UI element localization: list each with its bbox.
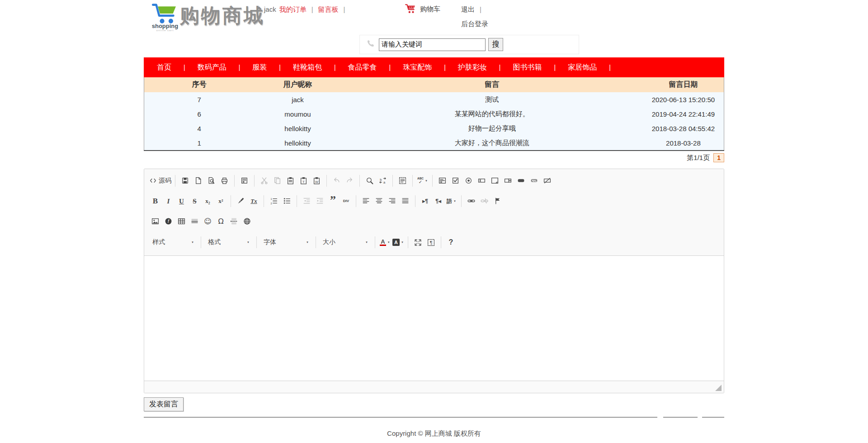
remove-format-button[interactable]: Tx <box>248 195 260 207</box>
checkbox-button[interactable] <box>449 174 462 187</box>
nav-item-home[interactable]: 首页 <box>155 63 174 72</box>
toolbar-separator <box>201 236 201 248</box>
editor-content[interactable] <box>144 256 724 381</box>
numbered-list-button[interactable]: 12 <box>268 195 280 207</box>
textarea-button[interactable] <box>489 174 501 187</box>
format-combo[interactable]: 格式▼ <box>204 236 253 249</box>
show-blocks-button[interactable]: ¶ <box>425 236 437 249</box>
hidden-field-button[interactable] <box>541 174 553 187</box>
font-combo[interactable]: 字体▼ <box>260 236 312 249</box>
redo-button[interactable] <box>344 174 356 187</box>
select-all-button[interactable] <box>396 174 409 187</box>
subscript-button[interactable]: x₂ <box>202 195 214 207</box>
save-icon <box>181 177 189 184</box>
outdent-button[interactable] <box>301 195 313 207</box>
flash-button[interactable]: f <box>162 215 175 227</box>
site-logo[interactable]: shopping online cart <box>146 3 184 32</box>
nav-separator: | <box>334 64 336 71</box>
spell-check-button[interactable]: ABC✓▼ <box>416 174 429 187</box>
form-icon <box>439 177 446 184</box>
underline-button[interactable]: U <box>175 195 188 207</box>
bg-color-button[interactable]: A▼ <box>392 236 404 249</box>
search-button[interactable]: 搜 <box>488 38 503 51</box>
my-orders-link[interactable]: 我的订单 <box>279 5 307 13</box>
nav-item-snacks[interactable]: 食品零食 <box>346 63 379 72</box>
bold-button[interactable]: B <box>149 195 161 207</box>
form-button[interactable] <box>436 174 448 187</box>
radio-button[interactable] <box>462 174 475 187</box>
image-button-icon <box>530 177 538 184</box>
size-combo[interactable]: 大小▼ <box>319 236 372 249</box>
bulleted-list-icon <box>283 197 291 205</box>
iframe-button[interactable] <box>241 215 253 227</box>
resize-handle-icon[interactable] <box>715 385 722 391</box>
maximize-icon <box>414 239 422 246</box>
image-button-button[interactable] <box>528 174 540 187</box>
justify-block-button[interactable] <box>399 195 411 207</box>
message-board-link[interactable]: 留言板 <box>318 5 339 13</box>
unlink-button[interactable] <box>478 195 491 207</box>
button-field-button[interactable] <box>515 174 527 187</box>
maximize-button[interactable] <box>412 236 424 249</box>
smiley-button[interactable]: ☺ <box>202 215 214 227</box>
horizontal-rule-button[interactable] <box>189 215 201 227</box>
blockquote-button[interactable]: ” <box>327 195 339 207</box>
admin-login-link[interactable]: 后台登录 <box>461 20 488 28</box>
select-field-button[interactable] <box>502 174 514 187</box>
source-button[interactable]: 源码 <box>149 174 171 187</box>
superscript-button[interactable]: x² <box>215 195 227 207</box>
image-button[interactable] <box>149 215 161 227</box>
preview-button[interactable] <box>205 174 217 187</box>
col-header-nick: 用户昵称 <box>254 77 341 92</box>
indent-button[interactable] <box>314 195 326 207</box>
logout-link[interactable]: 退出 <box>461 5 475 13</box>
table-button[interactable] <box>175 215 188 227</box>
paste-text-button[interactable]: T <box>297 174 310 187</box>
bidi-ltr-button[interactable]: ▸¶ <box>419 195 431 207</box>
nav-separator: | <box>279 64 281 71</box>
templates-button[interactable] <box>238 174 250 187</box>
strike-button[interactable]: S <box>189 195 201 207</box>
paste-word-button[interactable]: W <box>311 174 323 187</box>
print-button[interactable] <box>218 174 231 187</box>
bulleted-list-button[interactable] <box>281 195 293 207</box>
bidi-rtl-button[interactable]: ¶◂ <box>432 195 444 207</box>
special-char-button[interactable]: Ω <box>215 215 227 227</box>
undo-button[interactable] <box>330 174 343 187</box>
page-break-button[interactable] <box>228 215 240 227</box>
cut-button[interactable] <box>258 174 270 187</box>
cart-link[interactable]: 购物车 <box>405 4 440 15</box>
nav-item-beauty[interactable]: 护肤彩妆 <box>456 63 489 72</box>
justify-center-button[interactable] <box>373 195 385 207</box>
justify-left-button[interactable] <box>360 195 372 207</box>
paste-button[interactable] <box>284 174 297 187</box>
numbered-list-icon: 12 <box>270 197 278 205</box>
nav-item-books[interactable]: 图书书籍 <box>510 63 544 72</box>
about-button[interactable]: ? <box>445 236 457 249</box>
copy-formatting-button[interactable] <box>235 195 247 207</box>
nav-item-jewelry[interactable]: 珠宝配饰 <box>401 63 434 72</box>
justify-right-button[interactable] <box>386 195 398 207</box>
copy-button[interactable] <box>271 174 283 187</box>
text-color-button[interactable]: A▼ <box>379 236 391 249</box>
anchor-button[interactable] <box>491 195 504 207</box>
replace-button[interactable]: ba <box>377 174 389 187</box>
nav-item-clothing[interactable]: 服装 <box>250 63 269 72</box>
nav-item-digital[interactable]: 数码产品 <box>195 63 229 72</box>
language-button[interactable]: 語▼ <box>445 195 458 207</box>
save-button[interactable] <box>179 174 191 187</box>
search-input[interactable] <box>379 38 486 51</box>
find-button[interactable] <box>363 174 376 187</box>
link-button[interactable] <box>465 195 477 207</box>
nav-item-home-decor[interactable]: 家居饰品 <box>566 63 599 72</box>
editor-toolbar: 源码TWbaABC✓▼ BIUSx₂x²Tx12”DIV▸¶¶◂語▼ f☺Ω 样… <box>144 169 724 256</box>
styles-combo[interactable]: 样式▼ <box>149 236 198 249</box>
page-number-button[interactable]: 1 <box>713 153 724 162</box>
nav-item-shoes-bags[interactable]: 鞋靴箱包 <box>291 63 324 72</box>
new-page-button[interactable] <box>192 174 204 187</box>
text-field-button[interactable] <box>476 174 488 187</box>
div-container-button[interactable]: DIV <box>340 195 352 207</box>
dropdown-arrow-icon: ▼ <box>191 241 194 244</box>
italic-button[interactable]: I <box>162 195 175 207</box>
post-message-button[interactable]: 发表留言 <box>144 397 184 411</box>
